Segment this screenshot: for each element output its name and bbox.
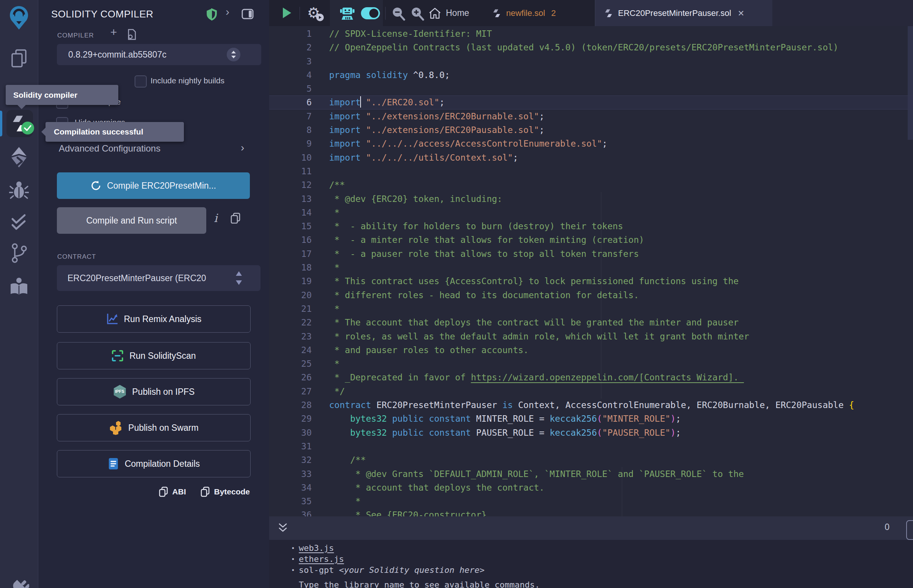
code-line[interactable]: 6import "../ERC20.sol";: [269, 95, 913, 109]
code-text: * @dev {ERC20} token, including:: [329, 192, 502, 206]
shield-icon[interactable]: [206, 8, 217, 21]
code-line[interactable]: 2// OpenZeppelin Contracts (last updated…: [269, 40, 913, 54]
code-text: *: [329, 261, 340, 274]
compile-button[interactable]: Compile ERC20PresetMin...: [57, 172, 250, 199]
code-line[interactable]: 34 * account that deploys the contract.: [269, 481, 913, 494]
code-line[interactable]: 5: [269, 82, 913, 95]
terminal-header[interactable]: 0: [269, 516, 913, 540]
code-line[interactable]: 24 * and pauser roles to other accounts.: [269, 343, 913, 357]
close-tab-icon[interactable]: ×: [738, 8, 744, 19]
advanced-chevron-icon[interactable]: ›: [241, 142, 244, 154]
version-sorter-icon[interactable]: [227, 48, 240, 61]
learneth-book-icon[interactable]: [0, 276, 38, 296]
code-line[interactable]: 18 *: [269, 261, 913, 274]
ai-robot-icon[interactable]: [339, 5, 355, 21]
file-explorer-icon[interactable]: [0, 48, 38, 69]
code-line[interactable]: 22 * The account that deploys the contra…: [269, 316, 913, 329]
copy-abi-button[interactable]: ABI: [159, 486, 186, 497]
code-line[interactable]: 33 * @dev Grants `DEFAULT_ADMIN_ROLE`, `…: [269, 467, 913, 481]
copy-bytecode-button[interactable]: Bytecode: [200, 486, 250, 497]
line-number: 24: [269, 343, 312, 357]
code-line[interactable]: 30 bytes32 public constant PAUSER_ROLE =…: [269, 426, 913, 439]
code-line[interactable]: 17 * - a pauser role that allows to stop…: [269, 247, 913, 261]
code-line[interactable]: 35 *: [269, 494, 913, 508]
plugin-manager-icon[interactable]: [0, 577, 38, 588]
compiler-version-select[interactable]: 0.8.29+commit.ab55807c: [57, 44, 261, 65]
zoom-out-icon[interactable]: [391, 6, 406, 21]
compiler-config-file-icon[interactable]: [127, 29, 137, 40]
line-number: 33: [269, 467, 312, 481]
remix-logo-icon[interactable]: [0, 5, 38, 31]
code-text: * and pauser roles to other accounts.: [329, 343, 529, 357]
code-line[interactable]: 27 */: [269, 384, 913, 398]
compilation-details-button[interactable]: Compilation Details: [57, 450, 251, 477]
code-line[interactable]: 20 * different roles - head to its docum…: [269, 288, 913, 302]
code-line[interactable]: 16 * - a minter role that allows for tok…: [269, 233, 913, 247]
publish-on-ipfs-button[interactable]: IPFS Publish on IPFS: [57, 378, 251, 405]
code-line[interactable]: 7import "../extensions/ERC20Burnable.sol…: [269, 110, 913, 123]
code-line[interactable]: 19 * This contract uses {AccessControl} …: [269, 274, 913, 288]
line-number: 4: [269, 68, 312, 82]
code-line[interactable]: 9import "../../../access/AccessControlEn…: [269, 137, 913, 150]
git-branch-icon[interactable]: [0, 242, 38, 264]
code-line[interactable]: 15 * - ability for holders to burn (dest…: [269, 220, 913, 233]
zoom-in-icon[interactable]: [410, 6, 425, 21]
pin-panel-icon[interactable]: [241, 8, 254, 20]
code-line[interactable]: 36 * See {ERC20-constructor}.: [269, 508, 913, 516]
script-config-gear-icon[interactable]: ⚙: [307, 5, 320, 21]
contract-select[interactable]: ERC20PresetMinterPauser (ERC20: [57, 265, 261, 291]
code-line[interactable]: 1// SPDX-License-Identifier: MIT: [269, 27, 913, 40]
editor-toolbar: ⚙: [269, 0, 913, 26]
code-line[interactable]: 32 /**: [269, 453, 913, 467]
add-compiler-icon[interactable]: +: [110, 26, 117, 39]
run-solidityscan-button[interactable]: Run SolidityScan: [57, 342, 251, 369]
line-number: 15: [269, 220, 312, 233]
publish-on-swarm-button[interactable]: Publish on Swarm: [57, 414, 251, 441]
tab-erc20presetminterpauser[interactable]: ERC20PresetMinterPauser.sol ×: [595, 0, 773, 26]
tab-newfile[interactable]: newfile.sol 2: [487, 0, 595, 26]
run-remix-analysis-button[interactable]: Run Remix Analysis: [57, 305, 251, 333]
line-number: 23: [269, 330, 312, 343]
code-line[interactable]: 29 bytes32 public constant MINTER_ROLE =…: [269, 412, 913, 425]
copy-config-icon[interactable]: [230, 212, 241, 223]
code-line[interactable]: 21 *: [269, 302, 913, 316]
ai-toggle-switch[interactable]: [361, 7, 380, 19]
code-line[interactable]: 4pragma solidity ^0.8.0;: [269, 68, 913, 82]
code-line[interactable]: 8import "../extensions/ERC20Pausable.sol…: [269, 123, 913, 137]
code-line[interactable]: 14 *: [269, 206, 913, 220]
compiler-version-value: 0.8.29+commit.ab55807c: [68, 50, 167, 60]
code-line[interactable]: 23 * roles, as well as the default admin…: [269, 330, 913, 343]
code-text: /**: [329, 453, 366, 467]
code-line[interactable]: 12/**: [269, 178, 913, 192]
unit-testing-icon[interactable]: [0, 213, 38, 232]
info-icon[interactable]: i: [214, 212, 218, 225]
home-tab[interactable]: Home: [429, 0, 469, 26]
line-number: 13: [269, 192, 312, 206]
nightly-builds-checkbox[interactable]: [134, 75, 147, 87]
code-line[interactable]: 26 * _Deprecated in favor of https://wiz…: [269, 370, 913, 384]
terminal-search-input[interactable]: [906, 520, 913, 540]
line-number: 1: [269, 27, 312, 40]
code-line[interactable]: 3: [269, 55, 913, 68]
tooltip-compilation-successful: Compilation successful: [45, 122, 184, 142]
code-line[interactable]: 11: [269, 165, 913, 178]
deploy-run-icon[interactable]: [0, 146, 38, 168]
code-text: contract ERC20PresetMinterPauser is Cont…: [329, 398, 854, 412]
ipfs-cube-icon: IPFS: [113, 384, 127, 399]
advanced-configurations-toggle[interactable]: Advanced Configurations: [59, 143, 160, 154]
code-editor[interactable]: 1// SPDX-License-Identifier: MIT2// Open…: [269, 26, 913, 516]
chart-line-icon: [106, 313, 118, 325]
run-play-icon[interactable]: [282, 7, 292, 19]
code-line[interactable]: 31: [269, 439, 913, 453]
editor-scrollbar[interactable]: [908, 26, 913, 140]
debugger-bug-icon[interactable]: [0, 180, 38, 200]
code-line[interactable]: 13 * @dev {ERC20} token, including:: [269, 192, 913, 206]
terminal-link[interactable]: web3.js: [299, 543, 334, 553]
code-line[interactable]: 28contract ERC20PresetMinterPauser is Co…: [269, 398, 913, 412]
code-line[interactable]: 10import "../../../utils/Context.sol";: [269, 151, 913, 165]
chevron-right-icon[interactable]: ›: [226, 5, 229, 18]
compile-and-run-button[interactable]: Compile and Run script: [57, 207, 206, 234]
terminal-link[interactable]: ethers.js: [299, 554, 344, 564]
collapse-terminal-icon[interactable]: [278, 522, 288, 534]
code-line[interactable]: 25 *: [269, 357, 913, 370]
